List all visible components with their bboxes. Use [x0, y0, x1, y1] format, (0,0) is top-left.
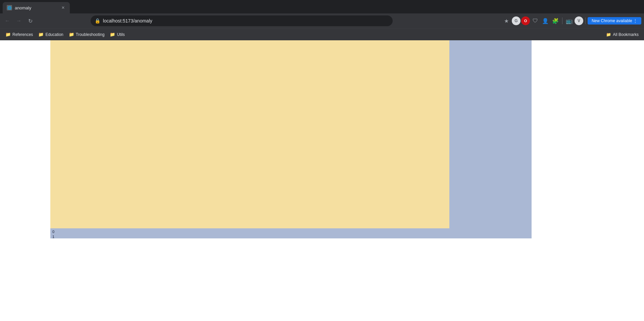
- all-bookmarks-label: All Bookmarks: [613, 32, 639, 37]
- tab-close-button[interactable]: ✕: [60, 5, 66, 10]
- active-tab[interactable]: 🌐 anomaly ✕: [3, 2, 70, 13]
- bottom-bar: 0 1 2: [50, 228, 449, 238]
- toolbar-divider-2: [585, 17, 586, 24]
- bottom-section: 0 1 2: [0, 228, 644, 238]
- page-content: 0 1 2: [0, 40, 644, 321]
- chart-tan-area: [50, 40, 449, 228]
- opera-icon[interactable]: O: [521, 16, 530, 25]
- chart-blue-area: [449, 40, 532, 228]
- folder-icon-utils: 📁: [110, 32, 115, 37]
- star-icon[interactable]: ★: [502, 16, 511, 26]
- shield-icon[interactable]: 🛡: [531, 16, 540, 26]
- profile-avatar[interactable]: G: [512, 16, 521, 25]
- tab-favicon: 🌐: [7, 5, 12, 10]
- user-avatar[interactable]: V: [575, 16, 583, 25]
- toolbar: ← → ↻ 🔒 localhost:5173/anomaly ★ G O 🛡 👤…: [0, 13, 644, 28]
- remaining-page: [0, 238, 644, 321]
- bottom-bar-blue-right: [449, 228, 532, 238]
- bottom-right-white: [532, 228, 644, 238]
- url-text: localhost:5173/anomaly: [103, 18, 389, 24]
- main-viz: [50, 40, 532, 228]
- folder-icon-troubleshooting: 📁: [69, 32, 74, 37]
- bookmark-utils[interactable]: 📁 Utils: [107, 31, 127, 38]
- extensions-icon[interactable]: 🧩: [551, 16, 560, 26]
- tab-bar: 🌐 anomaly ✕: [0, 0, 644, 13]
- tab-title: anomaly: [15, 5, 58, 10]
- toolbar-actions: ★ G O 🛡 👤 🧩 📺 V New Chrome available ⋮: [502, 16, 641, 26]
- account-icon[interactable]: 👤: [541, 16, 550, 26]
- bookmark-references-label: References: [12, 32, 33, 37]
- bookmark-troubleshooting[interactable]: 📁 Troubleshooting: [66, 31, 107, 38]
- reload-button[interactable]: ↻: [26, 16, 35, 26]
- all-bookmarks-icon: 📁: [606, 32, 611, 37]
- back-button[interactable]: ←: [3, 16, 12, 26]
- all-bookmarks[interactable]: 📁 All Bookmarks: [603, 31, 641, 38]
- forward-button[interactable]: →: [14, 16, 23, 26]
- address-bar[interactable]: 🔒 localhost:5173/anomaly: [91, 15, 393, 26]
- bookmark-references[interactable]: 📁 References: [3, 31, 36, 38]
- axis-label-0: 0: [52, 229, 54, 234]
- folder-icon-references: 📁: [5, 32, 11, 37]
- bookmarks-bar: 📁 References 📁 Education 📁 Troubleshooti…: [0, 28, 644, 40]
- bookmark-education-label: Education: [45, 32, 63, 37]
- content-wrapper: [0, 40, 644, 228]
- bottom-left-spacer: [0, 228, 50, 238]
- browser-window: 🌐 anomaly ✕ ← → ↻ 🔒 localhost:5173/anoma…: [0, 0, 644, 40]
- toolbar-divider: [562, 17, 562, 24]
- security-icon: 🔒: [95, 18, 100, 24]
- bookmark-education[interactable]: 📁 Education: [36, 31, 66, 38]
- bookmark-utils-label: Utils: [117, 32, 125, 37]
- bookmark-troubleshooting-label: Troubleshooting: [76, 32, 105, 37]
- cast-icon[interactable]: 📺: [564, 16, 574, 26]
- new-chrome-badge[interactable]: New Chrome available ⋮: [588, 17, 641, 25]
- folder-icon-education: 📁: [38, 32, 44, 37]
- left-spacer: [0, 40, 50, 228]
- right-white-space: [532, 40, 644, 228]
